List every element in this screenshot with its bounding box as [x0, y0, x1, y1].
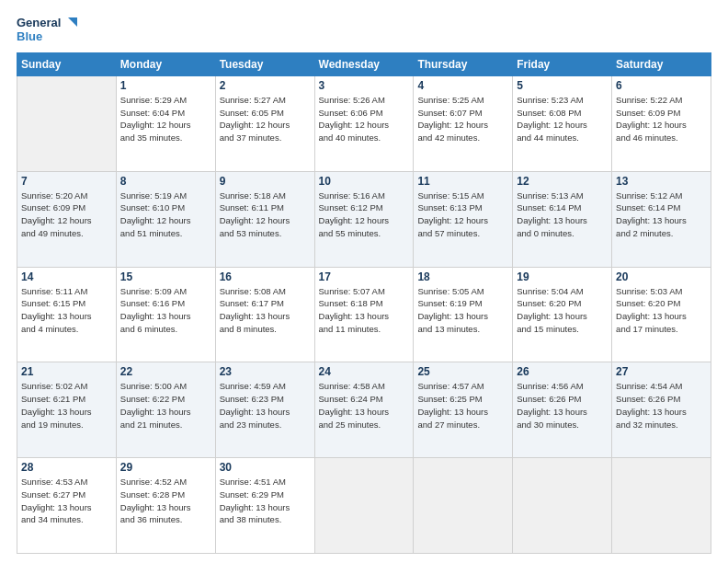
- calendar-cell: 22Sunrise: 5:00 AM Sunset: 6:22 PM Dayli…: [116, 362, 215, 458]
- day-number: 25: [417, 365, 508, 378]
- day-info: Sunrise: 5:20 AM Sunset: 6:09 PM Dayligh…: [21, 190, 112, 240]
- day-number: 7: [21, 175, 112, 188]
- day-info: Sunrise: 5:19 AM Sunset: 6:10 PM Dayligh…: [120, 190, 211, 240]
- weekday-header-row: SundayMondayTuesdayWednesdayThursdayFrid…: [17, 52, 711, 75]
- calendar-page: General Blue SundayMondayTuesdayWednesda…: [0, 0, 728, 563]
- calendar-cell: 15Sunrise: 5:09 AM Sunset: 6:16 PM Dayli…: [116, 267, 215, 362]
- day-info: Sunrise: 5:04 AM Sunset: 6:20 PM Dayligh…: [517, 285, 608, 336]
- calendar-cell: 21Sunrise: 5:02 AM Sunset: 6:21 PM Dayli…: [17, 362, 117, 458]
- day-number: 4: [417, 79, 508, 92]
- calendar-cell: [314, 458, 414, 554]
- calendar-cell: 18Sunrise: 5:05 AM Sunset: 6:19 PM Dayli…: [414, 267, 513, 362]
- week-row-2: 7Sunrise: 5:20 AM Sunset: 6:09 PM Daylig…: [17, 171, 711, 267]
- day-info: Sunrise: 4:59 AM Sunset: 6:23 PM Dayligh…: [220, 380, 311, 431]
- calendar-table: SundayMondayTuesdayWednesdayThursdayFrid…: [17, 52, 711, 554]
- day-info: Sunrise: 4:58 AM Sunset: 6:24 PM Dayligh…: [319, 380, 410, 431]
- day-number: 30: [220, 461, 311, 474]
- calendar-cell: [17, 75, 117, 171]
- calendar-cell: 13Sunrise: 5:12 AM Sunset: 6:14 PM Dayli…: [612, 171, 711, 267]
- day-number: 20: [616, 270, 707, 283]
- calendar-cell: 7Sunrise: 5:20 AM Sunset: 6:09 PM Daylig…: [17, 171, 117, 267]
- header: General Blue: [17, 17, 711, 43]
- calendar-cell: 28Sunrise: 4:53 AM Sunset: 6:27 PM Dayli…: [17, 458, 117, 554]
- day-number: 8: [120, 175, 211, 188]
- calendar-cell: [612, 458, 711, 554]
- calendar-cell: 17Sunrise: 5:07 AM Sunset: 6:18 PM Dayli…: [314, 267, 414, 362]
- weekday-header-wednesday: Wednesday: [314, 52, 414, 75]
- calendar-cell: 11Sunrise: 5:15 AM Sunset: 6:13 PM Dayli…: [414, 171, 513, 267]
- day-number: 3: [319, 79, 410, 92]
- logo-arrow-icon: [64, 17, 77, 30]
- day-info: Sunrise: 5:16 AM Sunset: 6:12 PM Dayligh…: [319, 190, 410, 240]
- day-info: Sunrise: 4:54 AM Sunset: 6:26 PM Dayligh…: [616, 380, 707, 431]
- calendar-cell: 29Sunrise: 4:52 AM Sunset: 6:28 PM Dayli…: [116, 458, 215, 554]
- day-info: Sunrise: 5:23 AM Sunset: 6:08 PM Dayligh…: [517, 94, 608, 144]
- calendar-cell: 27Sunrise: 4:54 AM Sunset: 6:26 PM Dayli…: [612, 362, 711, 458]
- calendar-cell: 26Sunrise: 4:56 AM Sunset: 6:26 PM Dayli…: [513, 362, 612, 458]
- day-number: 27: [616, 365, 707, 378]
- weekday-header-thursday: Thursday: [414, 52, 513, 75]
- day-number: 16: [220, 270, 311, 283]
- calendar-cell: 20Sunrise: 5:03 AM Sunset: 6:20 PM Dayli…: [612, 267, 711, 362]
- week-row-5: 28Sunrise: 4:53 AM Sunset: 6:27 PM Dayli…: [17, 458, 711, 554]
- day-number: 14: [21, 270, 112, 283]
- day-number: 26: [517, 365, 608, 378]
- day-info: Sunrise: 5:03 AM Sunset: 6:20 PM Dayligh…: [616, 285, 707, 336]
- day-number: 18: [417, 270, 508, 283]
- calendar-cell: 8Sunrise: 5:19 AM Sunset: 6:10 PM Daylig…: [116, 171, 215, 267]
- day-info: Sunrise: 5:05 AM Sunset: 6:19 PM Dayligh…: [417, 285, 508, 336]
- logo: General Blue: [17, 17, 77, 43]
- day-info: Sunrise: 5:12 AM Sunset: 6:14 PM Dayligh…: [616, 190, 707, 240]
- day-info: Sunrise: 5:09 AM Sunset: 6:16 PM Dayligh…: [120, 285, 211, 336]
- calendar-cell: 6Sunrise: 5:22 AM Sunset: 6:09 PM Daylig…: [612, 75, 711, 171]
- calendar-cell: 1Sunrise: 5:29 AM Sunset: 6:04 PM Daylig…: [116, 75, 215, 171]
- calendar-cell: 2Sunrise: 5:27 AM Sunset: 6:05 PM Daylig…: [215, 75, 314, 171]
- day-info: Sunrise: 5:27 AM Sunset: 6:05 PM Dayligh…: [220, 94, 311, 144]
- weekday-header-saturday: Saturday: [612, 52, 711, 75]
- calendar-cell: 5Sunrise: 5:23 AM Sunset: 6:08 PM Daylig…: [513, 75, 612, 171]
- day-number: 29: [120, 461, 211, 474]
- day-info: Sunrise: 5:25 AM Sunset: 6:07 PM Dayligh…: [417, 94, 508, 144]
- svg-marker-0: [68, 17, 77, 27]
- day-info: Sunrise: 5:18 AM Sunset: 6:11 PM Dayligh…: [220, 190, 311, 240]
- calendar-cell: 3Sunrise: 5:26 AM Sunset: 6:06 PM Daylig…: [314, 75, 414, 171]
- day-info: Sunrise: 5:02 AM Sunset: 6:21 PM Dayligh…: [21, 380, 112, 431]
- day-info: Sunrise: 4:52 AM Sunset: 6:28 PM Dayligh…: [120, 476, 211, 526]
- week-row-3: 14Sunrise: 5:11 AM Sunset: 6:15 PM Dayli…: [17, 267, 711, 362]
- calendar-cell: 14Sunrise: 5:11 AM Sunset: 6:15 PM Dayli…: [17, 267, 117, 362]
- calendar-cell: 23Sunrise: 4:59 AM Sunset: 6:23 PM Dayli…: [215, 362, 314, 458]
- calendar-cell: 25Sunrise: 4:57 AM Sunset: 6:25 PM Dayli…: [414, 362, 513, 458]
- day-number: 6: [616, 79, 707, 92]
- day-number: 2: [220, 79, 311, 92]
- calendar-cell: 4Sunrise: 5:25 AM Sunset: 6:07 PM Daylig…: [414, 75, 513, 171]
- day-info: Sunrise: 5:26 AM Sunset: 6:06 PM Dayligh…: [319, 94, 410, 144]
- day-number: 1: [120, 79, 211, 92]
- calendar-cell: 30Sunrise: 4:51 AM Sunset: 6:29 PM Dayli…: [215, 458, 314, 554]
- day-number: 11: [417, 175, 508, 188]
- weekday-header-tuesday: Tuesday: [215, 52, 314, 75]
- logo-general: General: [17, 17, 77, 30]
- weekday-header-monday: Monday: [116, 52, 215, 75]
- day-info: Sunrise: 5:08 AM Sunset: 6:17 PM Dayligh…: [220, 285, 311, 336]
- day-info: Sunrise: 4:56 AM Sunset: 6:26 PM Dayligh…: [517, 380, 608, 431]
- day-number: 28: [21, 461, 112, 474]
- day-info: Sunrise: 5:22 AM Sunset: 6:09 PM Dayligh…: [616, 94, 707, 144]
- day-number: 9: [220, 175, 311, 188]
- day-number: 22: [120, 365, 211, 378]
- calendar-cell: 19Sunrise: 5:04 AM Sunset: 6:20 PM Dayli…: [513, 267, 612, 362]
- day-info: Sunrise: 5:07 AM Sunset: 6:18 PM Dayligh…: [319, 285, 410, 336]
- day-number: 12: [517, 175, 608, 188]
- day-number: 23: [220, 365, 311, 378]
- day-info: Sunrise: 5:00 AM Sunset: 6:22 PM Dayligh…: [120, 380, 211, 431]
- weekday-header-friday: Friday: [513, 52, 612, 75]
- calendar-cell: 24Sunrise: 4:58 AM Sunset: 6:24 PM Dayli…: [314, 362, 414, 458]
- day-info: Sunrise: 5:15 AM Sunset: 6:13 PM Dayligh…: [417, 190, 508, 240]
- day-info: Sunrise: 5:13 AM Sunset: 6:14 PM Dayligh…: [517, 190, 608, 240]
- day-info: Sunrise: 5:29 AM Sunset: 6:04 PM Dayligh…: [120, 94, 211, 144]
- day-number: 24: [319, 365, 410, 378]
- week-row-1: 1Sunrise: 5:29 AM Sunset: 6:04 PM Daylig…: [17, 75, 711, 171]
- calendar-cell: 12Sunrise: 5:13 AM Sunset: 6:14 PM Dayli…: [513, 171, 612, 267]
- day-number: 15: [120, 270, 211, 283]
- day-info: Sunrise: 4:53 AM Sunset: 6:27 PM Dayligh…: [21, 476, 112, 526]
- weekday-header-sunday: Sunday: [17, 52, 117, 75]
